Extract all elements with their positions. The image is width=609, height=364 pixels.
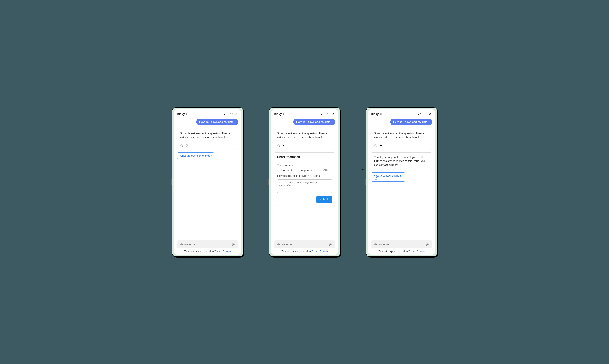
send-icon[interactable] xyxy=(329,243,333,246)
suggestion-examples[interactable]: What are some examples? xyxy=(177,152,214,159)
close-icon[interactable] xyxy=(235,112,238,116)
reset-icon[interactable] xyxy=(326,112,330,116)
thank-you-card: Thank you for your feedback. If you need… xyxy=(371,152,432,170)
terms-link[interactable]: Terms xyxy=(215,250,221,253)
terms-link[interactable]: Terms xyxy=(311,250,318,253)
reset-icon[interactable] xyxy=(423,112,427,116)
bot-reply-card: Sorry, I can't answer that question. Ple… xyxy=(177,129,238,150)
app-title: Bloxy AI xyxy=(177,112,188,116)
message-input[interactable] xyxy=(374,243,426,246)
message-input-wrap[interactable] xyxy=(177,240,238,248)
send-icon[interactable] xyxy=(232,243,235,246)
chat-window-state-3: Bloxy AI How do I download my data? Sorr… xyxy=(365,107,438,257)
thumbs-down-icon[interactable] xyxy=(185,144,189,148)
suggestion-support[interactable]: How to contact support? xyxy=(371,172,405,182)
thumbs-down-icon[interactable] xyxy=(282,144,286,148)
close-icon[interactable] xyxy=(332,112,335,116)
chat-window-state-2: Bloxy AI How do I download my data? Sorr… xyxy=(269,107,341,257)
expand-icon[interactable] xyxy=(321,112,324,116)
feedback-title: Share feedback xyxy=(277,155,332,159)
feedback-improve-label: How could it be improved? (Optional) xyxy=(277,174,332,177)
send-icon[interactable] xyxy=(426,243,429,246)
message-input-wrap[interactable] xyxy=(274,240,335,248)
bot-reply-text: Sorry, I can't answer that question. Ple… xyxy=(177,129,238,142)
privacy-link[interactable]: Privacy xyxy=(417,250,425,253)
thank-you-text: Thank you for your feedback. If you need… xyxy=(371,153,432,170)
thumbs-up-icon[interactable] xyxy=(277,144,280,148)
drag-handle[interactable] xyxy=(365,179,366,185)
checkbox-other[interactable]: Other xyxy=(319,169,330,172)
bot-reply-text: Sorry, I can't answer that question. Ple… xyxy=(274,129,335,142)
drag-handle[interactable] xyxy=(268,179,269,185)
expand-icon[interactable] xyxy=(224,112,228,116)
bot-reply-card: Sorry, I can't answer that question. Ple… xyxy=(371,129,432,150)
feedback-form: Share feedback The content is Inaccurate… xyxy=(274,152,335,206)
user-message: How do I download my data? xyxy=(390,119,432,125)
message-input-wrap[interactable] xyxy=(371,240,432,248)
user-message: How do I download my data? xyxy=(196,119,238,125)
close-icon[interactable] xyxy=(429,112,432,116)
thumbs-up-icon[interactable] xyxy=(374,144,377,148)
legal-line: Your data is protected. View Terms | Pri… xyxy=(274,250,335,253)
expand-icon[interactable] xyxy=(418,112,421,116)
external-link-icon xyxy=(374,177,377,180)
thumbs-down-icon[interactable] xyxy=(379,144,383,148)
feedback-textarea[interactable] xyxy=(277,179,332,193)
chat-window-state-1: Bloxy AI How do I download my data? xyxy=(172,107,244,257)
app-title: Bloxy AI xyxy=(371,112,382,116)
thumbs-up-icon[interactable] xyxy=(180,144,183,148)
message-input[interactable] xyxy=(277,243,329,246)
checkbox-inaccurate[interactable]: Inaccurate xyxy=(277,169,294,172)
user-message: How do I download my data? xyxy=(293,119,335,125)
privacy-link[interactable]: Privacy xyxy=(223,250,231,253)
legal-line: Your data is protected. View Terms | Pri… xyxy=(371,250,432,253)
legal-line: Your data is protected. View Terms | Pri… xyxy=(177,250,238,253)
bot-reply-card: Sorry, I can't answer that question. Ple… xyxy=(274,129,335,150)
app-title: Bloxy AI xyxy=(274,112,285,116)
terms-link[interactable]: Terms xyxy=(409,250,415,253)
drag-handle[interactable] xyxy=(171,179,172,185)
feedback-content-label: The content is xyxy=(277,164,332,167)
checkbox-inappropriate[interactable]: Inappropriate xyxy=(297,169,316,172)
header: Bloxy AI xyxy=(174,109,241,117)
privacy-link[interactable]: Privacy xyxy=(320,250,328,253)
message-input[interactable] xyxy=(180,243,232,246)
reset-icon[interactable] xyxy=(229,112,233,116)
bot-reply-text: Sorry, I can't answer that question. Ple… xyxy=(371,129,432,142)
submit-button[interactable]: Submit xyxy=(316,196,332,203)
